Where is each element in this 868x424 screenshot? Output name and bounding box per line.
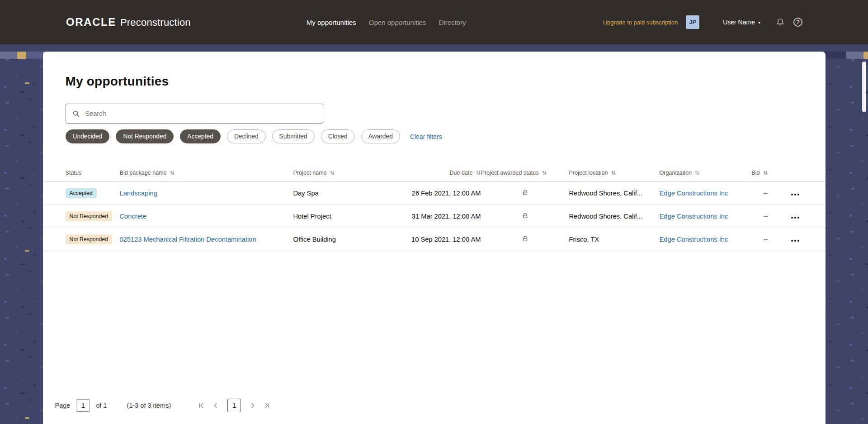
column-header-project-awarded-status[interactable]: Project awarded status: [481, 170, 569, 176]
lock-icon: [522, 235, 528, 242]
filter-chip-declined[interactable]: Declined: [227, 129, 266, 143]
opportunities-table: StatusBid package nameProject nameDue da…: [43, 164, 826, 251]
sort-icon: [611, 170, 616, 176]
status-badge: Not Responded: [66, 234, 112, 244]
chevron-down-icon: ▾: [758, 20, 760, 25]
page-title: My opportunities: [66, 74, 803, 89]
actions-cell: [768, 233, 803, 246]
status-cell: Not Responded: [66, 234, 120, 244]
avatar[interactable]: JP: [686, 15, 699, 29]
lock-icon: [522, 212, 528, 219]
next-page-icon: [250, 402, 256, 409]
next-page-button[interactable]: [248, 400, 258, 410]
top-navbar: ORACLE Preconstruction My opportunitiesO…: [0, 0, 868, 44]
table-row: Not Responded Concrete Hotel Project 31 …: [43, 205, 826, 228]
sort-icon: [763, 170, 768, 176]
column-header-project-location[interactable]: Project location: [569, 170, 660, 176]
project-awarded-status-cell: [481, 189, 569, 197]
ellipsis-icon: [791, 240, 793, 242]
filter-chip-undecided[interactable]: Undecided: [66, 129, 110, 143]
clear-filters-link[interactable]: Clear filters: [410, 133, 442, 140]
bid-package-cell: Landscaping: [120, 190, 293, 197]
nav-item-directory[interactable]: Directory: [439, 19, 466, 26]
bid-package-cell: Concrete: [120, 213, 293, 220]
due-date-cell: 31 Mar 2021, 12:00 AM: [404, 213, 481, 220]
bid-cell: --: [743, 236, 768, 243]
table-row: Accepted Landscaping Day Spa 26 Feb 2021…: [43, 182, 826, 205]
brand-oracle-text: ORACLE: [66, 16, 116, 29]
previous-page-icon: [212, 402, 219, 409]
filter-chip-not-responded[interactable]: Not Responded: [116, 129, 174, 143]
ellipsis-icon: [791, 194, 793, 195]
bell-icon: [776, 18, 785, 27]
status-badge: Accepted: [66, 188, 97, 198]
table-body: Accepted Landscaping Day Spa 26 Feb 2021…: [43, 182, 826, 251]
content-card: My opportunities UndecidedNot RespondedA…: [43, 52, 826, 424]
organization-cell: Edge Constructions Inc: [660, 190, 743, 197]
nav-item-my-opportunities[interactable]: My opportunities: [307, 19, 356, 26]
previous-page-button[interactable]: [211, 400, 221, 410]
actions-cell: [768, 210, 803, 223]
organization-cell: Edge Constructions Inc: [660, 213, 743, 220]
sort-icon: [476, 170, 481, 176]
bid-package-cell: 025123 Mechanical Filtration Decontamina…: [120, 236, 293, 243]
lock-icon: [522, 189, 528, 196]
nav-item-open-opportunities[interactable]: Open opportunities: [369, 19, 426, 26]
first-page-icon: [198, 402, 204, 409]
search-box: [66, 104, 323, 124]
organization-cell: Edge Constructions Inc: [660, 236, 743, 243]
navbar-right-group: Upgrade to paid subscription JP User Nam…: [603, 15, 802, 29]
page-background: My opportunities UndecidedNot RespondedA…: [0, 52, 868, 424]
filter-chip-accepted[interactable]: Accepted: [180, 129, 221, 143]
project-location-cell: Redwood Shores, Calif...: [569, 213, 660, 220]
column-header-due-date[interactable]: Due date: [404, 170, 481, 176]
last-page-icon: [264, 402, 270, 409]
status-badge: Not Responded: [66, 211, 112, 221]
organization-link[interactable]: Edge Constructions Inc: [660, 190, 728, 197]
due-date-cell: 26 Feb 2021, 12:00 AM: [404, 190, 481, 197]
filter-chip-awarded[interactable]: Awarded: [361, 129, 400, 143]
current-page-button[interactable]: 1: [227, 399, 241, 412]
ellipsis-icon: [791, 217, 793, 219]
row-actions-button[interactable]: [788, 210, 801, 223]
bid-package-link[interactable]: 025123 Mechanical Filtration Decontamina…: [120, 236, 256, 243]
user-name-label: User Name: [723, 19, 755, 26]
organization-link[interactable]: Edge Constructions Inc: [660, 213, 728, 220]
items-count-label: (1-3 of 3 items): [127, 402, 171, 409]
brand-product-text: Preconstruction: [120, 17, 191, 29]
page-of-label: of 1: [96, 402, 107, 409]
column-header-status: Status: [66, 170, 120, 176]
notifications-button[interactable]: [776, 18, 785, 27]
help-button[interactable]: ?: [793, 18, 802, 27]
first-page-button[interactable]: [196, 400, 206, 410]
bid-package-link[interactable]: Landscaping: [120, 190, 157, 197]
bid-package-link[interactable]: Concrete: [120, 213, 147, 220]
help-icon: ?: [793, 18, 802, 27]
project-awarded-status-cell: [481, 212, 569, 220]
column-header-organization[interactable]: Organization: [660, 170, 743, 176]
status-cell: Accepted: [66, 188, 120, 198]
user-menu[interactable]: User Name ▾: [723, 19, 760, 26]
pagination: Page of 1 (1-3 of 3 items) 1: [43, 399, 826, 412]
search-input[interactable]: [85, 110, 323, 118]
page-number-input[interactable]: [76, 399, 90, 412]
organization-link[interactable]: Edge Constructions Inc: [660, 236, 728, 243]
filter-chip-submitted[interactable]: Submitted: [272, 129, 315, 143]
upgrade-subscription-link[interactable]: Upgrade to paid subscription: [603, 19, 678, 26]
scrollbar-thumb[interactable]: [862, 62, 866, 112]
filter-chips: UndecidedNot RespondedAcceptedDeclinedSu…: [66, 129, 400, 143]
column-header-project-name[interactable]: Project name: [293, 170, 404, 176]
last-page-button[interactable]: [262, 400, 272, 410]
brand-logo[interactable]: ORACLE Preconstruction: [66, 16, 191, 29]
sort-icon: [694, 170, 700, 176]
filter-bar: UndecidedNot RespondedAcceptedDeclinedSu…: [66, 129, 803, 143]
row-actions-button[interactable]: [788, 233, 801, 246]
column-header-bid[interactable]: Bid: [743, 170, 768, 176]
filter-chip-closed[interactable]: Closed: [321, 129, 355, 143]
actions-cell: [768, 187, 803, 200]
row-actions-button[interactable]: [788, 187, 801, 200]
main-nav: My opportunitiesOpen opportunitiesDirect…: [307, 19, 466, 26]
bid-cell: --: [743, 190, 768, 197]
column-header-bid-package-name[interactable]: Bid package name: [120, 170, 293, 176]
project-name-cell: Office Building: [293, 236, 404, 243]
